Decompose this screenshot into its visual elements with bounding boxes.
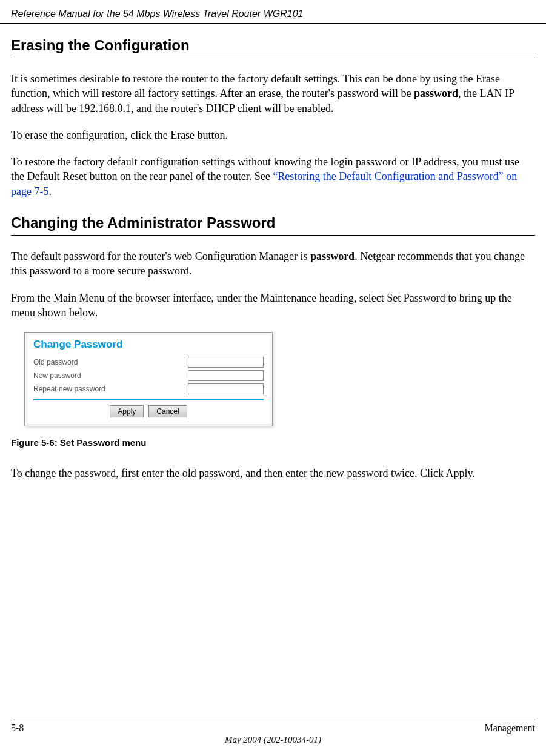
header-title: Reference Manual for the 54 Mbps Wireles… [11, 8, 303, 19]
changing-p1: The default password for the router's we… [11, 249, 535, 279]
button-row: Apply Cancel [33, 405, 264, 417]
section-heading-changing-password: Changing the Administrator Password [11, 214, 535, 236]
changing-p1-bold: password [310, 250, 355, 262]
chapter-name: Management [484, 723, 535, 734]
panel-divider [33, 399, 264, 400]
new-password-row: New password [33, 370, 264, 381]
erasing-p2: To erase the configuration, click the Er… [11, 128, 535, 142]
repeat-password-input[interactable] [188, 383, 264, 394]
change-password-figure: Change Password Old password New passwor… [24, 332, 273, 426]
footer-line: 5-8 Management [11, 720, 535, 734]
page-header: Reference Manual for the 54 Mbps Wireles… [0, 0, 546, 24]
footer-date: May 2004 (202-10034-01) [11, 735, 535, 745]
repeat-password-row: Repeat new password [33, 383, 264, 394]
old-password-row: Old password [33, 357, 264, 368]
erasing-p1: It is sometimes desirable to restore the… [11, 71, 535, 116]
change-password-panel: Change Password Old password New passwor… [27, 335, 270, 423]
erasing-p3-post: . [48, 185, 52, 197]
old-password-input[interactable] [188, 357, 264, 368]
new-password-label: New password [33, 371, 81, 380]
section-heading-erasing: Erasing the Configuration [11, 37, 535, 58]
new-password-input[interactable] [188, 370, 264, 381]
erasing-p1-bold: password [414, 87, 458, 99]
changing-p3: To change the password, first enter the … [11, 466, 535, 480]
figure-caption: Figure 5-6: Set Password menu [11, 437, 535, 448]
apply-button[interactable]: Apply [110, 405, 144, 417]
changing-p1-pre: The default password for the router's we… [11, 250, 310, 262]
erasing-p3: To restore the factory default configura… [11, 154, 535, 199]
panel-title: Change Password [33, 339, 264, 351]
page-number: 5-8 [11, 723, 24, 734]
page-footer: 5-8 Management May 2004 (202-10034-01) [0, 720, 546, 745]
repeat-password-label: Repeat new password [33, 385, 105, 393]
cancel-button[interactable]: Cancel [148, 405, 187, 417]
changing-p2: From the Main Menu of the browser interf… [11, 291, 535, 320]
page-content: Erasing the Configuration It is sometime… [0, 37, 546, 481]
old-password-label: Old password [33, 358, 78, 366]
